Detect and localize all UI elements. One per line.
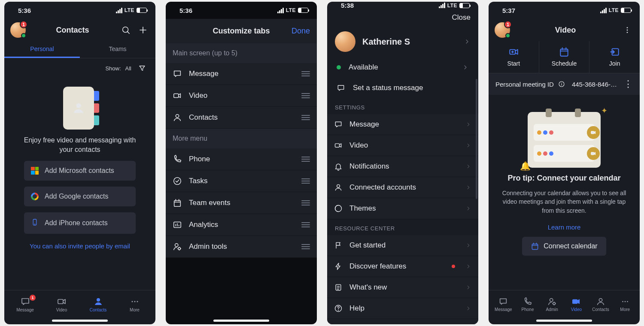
resource-feedback[interactable]: Feedback — [327, 319, 478, 324]
row-admin-tools[interactable]: Admin tools — [166, 236, 317, 258]
bolt-icon — [334, 262, 343, 271]
drag-handle-icon[interactable] — [301, 222, 310, 227]
tab-contacts[interactable]: Contacts — [80, 296, 116, 312]
avatar[interactable]: 1 — [495, 22, 510, 38]
drag-handle-icon[interactable] — [301, 71, 310, 76]
row-label: What's new — [349, 283, 387, 292]
row-tasks[interactable]: Tasks — [166, 170, 317, 192]
chevron-right-icon — [465, 263, 471, 269]
row-contacts[interactable]: Contacts — [166, 107, 317, 129]
schedule-button[interactable]: Schedule — [539, 41, 589, 73]
row-analytics[interactable]: Analytics — [166, 214, 317, 236]
info-icon[interactable] — [558, 81, 565, 88]
drag-handle-icon[interactable] — [301, 93, 310, 98]
home-indicator[interactable] — [213, 320, 269, 322]
btn-label: Add Google contacts — [45, 193, 109, 200]
tab-teams[interactable]: Teams — [80, 41, 155, 58]
tab-video[interactable]: Video — [564, 297, 589, 312]
avatar[interactable]: 1 — [10, 22, 26, 38]
resource-get-started[interactable]: Get started — [327, 235, 478, 256]
empty-state: Enjoy free video and messaging with your… — [4, 78, 155, 290]
chevron-right-icon — [464, 38, 471, 45]
personal-meeting-id-row[interactable]: Personal meeting ID 445-368-846-… ⋮ — [489, 73, 640, 95]
status-time: 5:37 — [502, 7, 515, 14]
search-icon[interactable] — [119, 24, 132, 36]
home-indicator[interactable] — [536, 320, 592, 322]
google-icon — [31, 193, 39, 200]
connect-calendar-button[interactable]: Connect calendar — [522, 237, 606, 256]
section-more-menu: More menu — [166, 129, 317, 148]
admin-icon — [173, 242, 182, 251]
drag-handle-icon[interactable] — [301, 244, 310, 249]
status-bar: 5:38 LTE — [327, 2, 478, 9]
calendar-icon — [531, 242, 539, 251]
tab-admin[interactable]: Admin — [540, 297, 564, 312]
start-button[interactable]: Start — [489, 41, 539, 73]
resource-whats-new[interactable]: What's new — [327, 277, 478, 298]
signal-icon — [116, 8, 122, 13]
drag-handle-icon[interactable] — [301, 157, 310, 162]
settings-themes[interactable]: Themes — [327, 198, 478, 219]
add-microsoft-button[interactable]: Add Microsoft contacts — [24, 161, 136, 181]
done-button[interactable]: Done — [292, 27, 310, 36]
join-button[interactable]: Join — [589, 41, 640, 73]
tab-message[interactable]: Message 1 — [7, 296, 43, 312]
presence-row[interactable]: Available — [327, 57, 478, 78]
tab-label: Contacts — [592, 307, 609, 312]
settings-connected-accounts[interactable]: Connected accounts — [327, 177, 478, 198]
tab-more[interactable]: More — [116, 296, 153, 312]
chevron-right-icon — [465, 142, 471, 148]
tab-phone[interactable]: Phone — [516, 297, 540, 312]
add-google-button[interactable]: Add Google contacts — [24, 187, 136, 206]
resource-discover[interactable]: Discover features — [327, 256, 478, 277]
user-row[interactable]: Katherine S — [327, 26, 478, 57]
modal-header: Customize tabs Done — [166, 19, 317, 43]
drag-handle-icon[interactable] — [301, 115, 310, 120]
set-status-row[interactable]: Set a status message — [327, 78, 478, 98]
filter-value[interactable]: All — [125, 65, 131, 72]
close-button[interactable]: Close — [452, 13, 471, 22]
home-indicator[interactable] — [52, 320, 108, 322]
row-message[interactable]: Message — [166, 63, 317, 85]
row-label: Get started — [349, 241, 386, 250]
chevron-right-icon — [465, 184, 471, 190]
tab-more[interactable]: More — [613, 297, 637, 312]
flag-icon — [334, 241, 343, 250]
row-team-events[interactable]: Team events — [166, 192, 317, 214]
drag-handle-icon[interactable] — [301, 178, 310, 184]
row-label: Team events — [189, 199, 230, 207]
pmid-more-icon[interactable]: ⋮ — [623, 78, 633, 90]
tab-video[interactable]: Video — [43, 296, 80, 312]
network-label: LTE — [125, 7, 134, 13]
filter-icon[interactable] — [136, 62, 149, 75]
learn-more-link[interactable]: Learn more — [548, 223, 581, 231]
chevron-right-icon — [465, 205, 471, 211]
drag-handle-icon[interactable] — [301, 200, 310, 205]
protip-title: Pro tip: Connect your calendar — [507, 174, 620, 183]
scroll-indicator[interactable] — [476, 79, 477, 199]
settings-notifications[interactable]: Notifications — [327, 156, 478, 177]
network-label: LTE — [286, 7, 296, 13]
settings-message[interactable]: Message — [327, 114, 478, 135]
protip-body: Connecting your calendar allows you to s… — [501, 189, 627, 215]
presence-label: Available — [349, 63, 378, 72]
tab-contacts[interactable]: Contacts — [589, 297, 613, 312]
theme-icon — [334, 204, 343, 213]
user-icon — [334, 183, 343, 192]
row-video[interactable]: Video — [166, 85, 317, 107]
tab-message[interactable]: Message — [491, 297, 516, 312]
pmid-value: 445-368-846-… — [572, 81, 617, 88]
more-icon[interactable] — [621, 24, 634, 36]
add-iphone-button[interactable]: Add iPhone contacts — [24, 212, 136, 234]
presence-dot — [21, 33, 26, 38]
tab-label: Video — [571, 307, 582, 312]
row-phone[interactable]: Phone — [166, 148, 317, 170]
settings-video[interactable]: Video — [327, 135, 478, 156]
resource-help[interactable]: Help — [327, 298, 478, 319]
tab-personal[interactable]: Personal — [4, 41, 80, 58]
invite-by-email-link[interactable]: You can also invite people by email — [30, 242, 130, 250]
phone-icon — [173, 154, 182, 164]
add-icon[interactable] — [137, 24, 149, 36]
filter-row: Show: All — [4, 58, 155, 78]
status-bar: 5:37 LTE — [489, 2, 640, 19]
